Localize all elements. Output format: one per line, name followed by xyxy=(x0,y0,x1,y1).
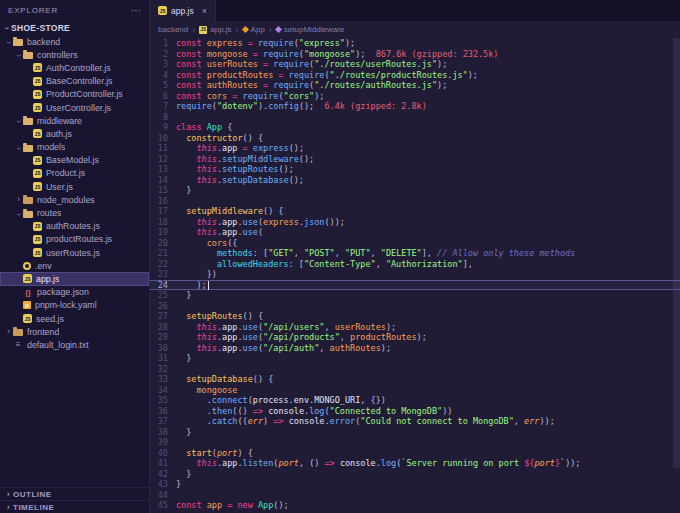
code-line-37[interactable]: 37 .catch((err) => console.error("Could … xyxy=(150,416,680,427)
tree-item-controllers[interactable]: ›controllers xyxy=(0,48,149,61)
tree-item-backend[interactable]: ›backend xyxy=(0,35,149,48)
code-area[interactable]: 1const express = require("express");2con… xyxy=(150,38,680,513)
code-line-43[interactable]: 43} xyxy=(150,479,680,490)
line-number: 19 xyxy=(150,227,176,238)
code-line-1[interactable]: 1const express = require("express"); xyxy=(150,38,680,49)
tree-item-BaseModel.js[interactable]: JSBaseModel.js xyxy=(0,154,149,167)
scrollbar[interactable] xyxy=(673,38,680,468)
code-line-16[interactable]: 16 xyxy=(150,196,680,207)
code-line-9[interactable]: 9class App { xyxy=(150,122,680,133)
sidebar-bottom-panels: › OUTLINE › TIMELINE xyxy=(0,487,149,513)
timeline-section[interactable]: › TIMELINE xyxy=(0,500,149,513)
tree-item-seed.js[interactable]: JSseed.js xyxy=(0,312,149,325)
tree-item-User.js[interactable]: JSUser.js xyxy=(0,180,149,193)
code-line-25[interactable]: 25 } xyxy=(150,290,680,301)
code-line-32[interactable]: 32 xyxy=(150,364,680,375)
tree-item-frontend[interactable]: ›frontend xyxy=(0,325,149,338)
code-line-22[interactable]: 22 allowedHeaders: ["Content-Type", "Aut… xyxy=(150,259,680,270)
folder-open-icon xyxy=(23,211,33,218)
tab-app-js[interactable]: JS app.js × xyxy=(150,0,216,21)
code-line-40[interactable]: 40 start(port) { xyxy=(150,448,680,459)
code-line-27[interactable]: 27 setupRoutes() { xyxy=(150,311,680,322)
tree-item-package.json[interactable]: {}package.json xyxy=(0,286,149,299)
tree-item-routes[interactable]: ›routes xyxy=(0,206,149,219)
code-line-13[interactable]: 13 this.setupRoutes(); xyxy=(150,164,680,175)
code-line-7[interactable]: 7require("dotenv").config(); 6.4k (gzipp… xyxy=(150,101,680,112)
breadcrumb-item-app.js[interactable]: JSapp.js xyxy=(199,25,231,34)
tree-item-userRoutes.js[interactable]: JSuserRoutes.js xyxy=(0,246,149,259)
code-line-23[interactable]: 23 }) xyxy=(150,269,680,280)
code-line-29[interactable]: 29 this.app.use("/api/products", product… xyxy=(150,332,680,343)
code-line-2[interactable]: 2const mongoose = require("mongoose"); 8… xyxy=(150,49,680,60)
line-number: 38 xyxy=(150,427,176,438)
tree-item-AuthController.js[interactable]: JSAuthController.js xyxy=(0,61,149,74)
code-line-10[interactable]: 10 constructor() { xyxy=(150,133,680,144)
txt-icon: ≡ xyxy=(13,340,23,350)
code-line-41[interactable]: 41 this.app.listen(port, () => console.l… xyxy=(150,458,680,469)
code-line-45[interactable]: 45const app = new App(); xyxy=(150,500,680,511)
tree-item-models[interactable]: ›models xyxy=(0,141,149,154)
tree-item-auth.js[interactable]: JSauth.js xyxy=(0,127,149,140)
breadcrumb-item-setupMiddleware[interactable]: setupMiddleware xyxy=(276,25,344,34)
tree-item-middleware[interactable]: ›middleware xyxy=(0,114,149,127)
tree-item-Product.js[interactable]: JSProduct.js xyxy=(0,167,149,180)
code-line-15[interactable]: 15 } xyxy=(150,185,680,196)
workspace-root-label: SHOE-STORE xyxy=(11,23,70,33)
file-label: auth.js xyxy=(46,129,72,139)
code-line-12[interactable]: 12 this.setupMiddleware(); xyxy=(150,154,680,165)
tree-item-app.js[interactable]: JSapp.js xyxy=(0,272,149,285)
code-line-6[interactable]: 6const cors = require("cors"); xyxy=(150,91,680,102)
breadcrumb-item-App[interactable]: App xyxy=(243,25,265,34)
file-label: seed.js xyxy=(36,314,64,324)
code-line-44[interactable]: 44 xyxy=(150,490,680,501)
code-line-26[interactable]: 26 xyxy=(150,301,680,312)
close-tab-icon[interactable]: × xyxy=(202,6,207,16)
code-line-11[interactable]: 11 this.app = express(); xyxy=(150,143,680,154)
code-line-42[interactable]: 42 } xyxy=(150,469,680,480)
folder-open-icon xyxy=(23,118,33,125)
js-file-icon: JS xyxy=(158,6,167,15)
tree-item-ProductController.js[interactable]: JSProductController.js xyxy=(0,88,149,101)
tree-item-pnpm-lock.yaml[interactable]: ppnpm-lock.yaml xyxy=(0,299,149,312)
code-line-34[interactable]: 34 mongoose xyxy=(150,385,680,396)
line-number: 21 xyxy=(150,248,176,259)
code-line-36[interactable]: 36 .then(() => console.log("Connected to… xyxy=(150,406,680,417)
code-line-14[interactable]: 14 this.setupDatabase(); xyxy=(150,175,680,186)
tree-item-BaseController.js[interactable]: JSBaseController.js xyxy=(0,75,149,88)
code-line-39[interactable]: 39 xyxy=(150,437,680,448)
tree-item-node_modules[interactable]: ›node_modules xyxy=(0,193,149,206)
code-line-18[interactable]: 18 this.app.use(express.json()); xyxy=(150,217,680,228)
code-line-33[interactable]: 33 setupDatabase() { xyxy=(150,374,680,385)
workspace-root[interactable]: › SHOE-STORE xyxy=(0,20,149,35)
chevron-down-icon: › xyxy=(14,117,23,126)
code-line-30[interactable]: 30 this.app.use("/api/auth", authRoutes)… xyxy=(150,343,680,354)
code-line-3[interactable]: 3const userRoutes = require("./routes/us… xyxy=(150,59,680,70)
breadcrumb-item-backend[interactable]: backend xyxy=(158,25,188,34)
line-number: 16 xyxy=(150,196,176,207)
line-number: 36 xyxy=(150,406,176,417)
line-number: 10 xyxy=(150,133,176,144)
code-line-17[interactable]: 17 setupMiddleware() { xyxy=(150,206,680,217)
file-label: backend xyxy=(27,37,60,47)
more-actions-icon[interactable]: ··· xyxy=(131,5,141,16)
code-line-5[interactable]: 5const authRoutes = require("./routes/au… xyxy=(150,80,680,91)
code-line-28[interactable]: 28 this.app.use("/api/users", userRoutes… xyxy=(150,322,680,333)
code-line-21[interactable]: 21 methods: ["GET", "POST", "PUT", "DELE… xyxy=(150,248,680,259)
code-line-8[interactable]: 8 xyxy=(150,112,680,123)
code-line-24[interactable]: 24 ); xyxy=(150,280,680,291)
code-line-4[interactable]: 4const productRoutes = require("./routes… xyxy=(150,70,680,81)
outline-section[interactable]: › OUTLINE xyxy=(0,487,149,500)
code-line-19[interactable]: 19 this.app.use( xyxy=(150,227,680,238)
code-line-35[interactable]: 35 .connect(process.env.MONGO_URI, {}) xyxy=(150,395,680,406)
tree-item-default_login.txt[interactable]: ≡default_login.txt xyxy=(0,338,149,351)
tree-item-authRoutes.js[interactable]: JSauthRoutes.js xyxy=(0,220,149,233)
code-line-20[interactable]: 20 cors({ xyxy=(150,238,680,249)
tree-item-.env[interactable]: .env xyxy=(0,259,149,272)
code-line-38[interactable]: 38 } xyxy=(150,427,680,438)
tree-item-productRoutes.js[interactable]: JSproductRoutes.js xyxy=(0,233,149,246)
folder-icon xyxy=(13,329,23,336)
tree-item-UserController.js[interactable]: JSUserController.js xyxy=(0,101,149,114)
line-number: 17 xyxy=(150,206,176,217)
code-line-31[interactable]: 31 } xyxy=(150,353,680,364)
line-number: 33 xyxy=(150,374,176,385)
